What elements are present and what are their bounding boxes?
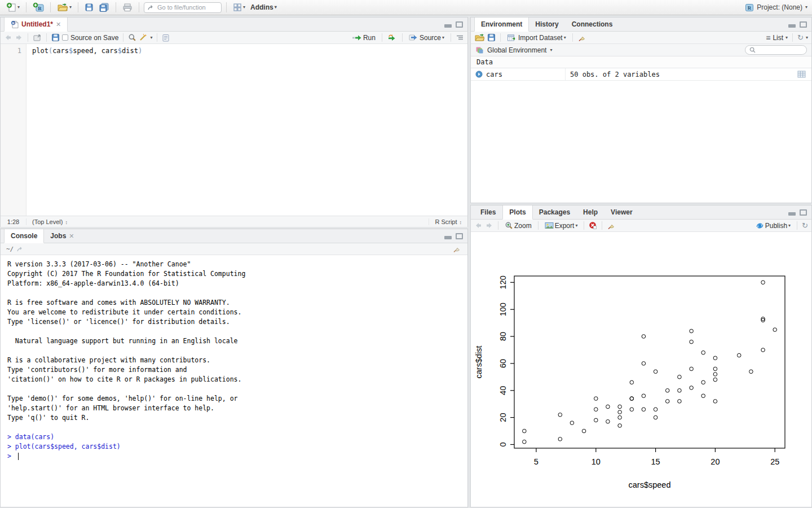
save-icon [85,3,94,12]
popout-window-icon[interactable] [33,34,42,41]
clear-environment-broom-icon[interactable] [577,34,586,42]
maximize-pane-icon[interactable] [800,21,807,28]
import-dataset-label: Import Dataset [518,34,563,42]
previous-plot-icon[interactable] [474,222,483,229]
import-dataset-button[interactable]: Import Dataset [505,33,568,43]
new-project-icon: R [33,2,44,12]
svg-text:20: 20 [710,457,720,466]
clear-console-broom-icon[interactable] [453,245,462,253]
tab-plots[interactable]: Plots [502,205,532,220]
run-button[interactable]: Run [350,33,377,43]
tab-console[interactable]: Console [4,229,44,243]
minimize-pane-icon[interactable] [788,24,796,28]
print-button[interactable] [121,2,134,13]
cursor-position: 1:28 [1,218,27,225]
document-outline-icon[interactable] [456,34,464,41]
compile-report-icon[interactable] [162,34,170,42]
tab-help[interactable]: Help [577,205,604,219]
goto-file-search[interactable] [144,2,222,13]
addins-button[interactable]: Addins [249,2,279,12]
rstudio-window: R [0,0,812,508]
plots-pane: Files Plots Packages Help Viewer Zoom [470,205,812,507]
back-icon[interactable] [4,34,12,41]
open-file-button[interactable] [55,2,73,13]
svg-text:cars$speed: cars$speed [629,480,671,489]
maximize-pane-icon[interactable] [456,21,463,28]
tab-connections[interactable]: Connections [566,17,620,31]
environment-search-input[interactable] [758,47,803,54]
find-icon[interactable] [128,33,136,42]
project-caret-icon [805,5,807,10]
scope-updown-icon [65,218,68,225]
expand-object-icon[interactable] [475,71,483,78]
tab-environment[interactable]: Environment [474,17,529,32]
files-tab-label: Files [480,208,496,216]
console-line: > data(cars) [7,432,461,442]
minimize-pane-icon[interactable] [444,24,452,28]
jobs-tab-label: Jobs [50,232,66,240]
scatter-plot: 510152025020406080100120cars$speedcars$d… [471,232,811,507]
save-workspace-icon[interactable] [487,33,496,42]
line-number: 1 [17,47,21,55]
connections-tab-label: Connections [572,20,613,28]
source-on-save-checkbox[interactable] [62,34,68,41]
publish-button[interactable]: Publish [754,221,792,231]
goto-directory-icon[interactable] [17,246,24,252]
remove-plot-icon[interactable] [589,221,597,230]
refresh-environment-icon[interactable] [797,33,804,42]
minimize-pane-icon[interactable] [444,236,452,239]
svg-text:40: 40 [498,386,508,395]
import-dataset-caret-icon [564,36,566,40]
save-all-icon [99,3,109,12]
maximize-pane-icon[interactable] [456,233,463,239]
save-icon[interactable] [51,33,60,42]
console-output[interactable]: R version 3.3.3 (2017-03-06) -- "Another… [1,255,467,466]
scope-caret-icon [550,48,552,52]
next-plot-icon[interactable] [485,222,493,229]
svg-text:20: 20 [498,413,508,422]
console-line: Type 'q()' to quit R. [7,413,461,423]
console-line [7,423,461,432]
save-button[interactable] [83,2,95,13]
code-tools-caret-icon[interactable] [150,36,152,40]
refresh-plot-icon[interactable] [802,221,808,230]
load-workspace-folder-icon[interactable] [474,33,485,42]
maximize-pane-icon[interactable] [800,209,807,216]
source-button[interactable]: Source [407,33,446,43]
environment-object-row[interactable]: cars 50 obs. of 2 variables [471,68,811,81]
console-line: > plot(cars$speed, cars$dist) [7,442,461,452]
zoom-plot-button[interactable]: Zoom [503,220,533,231]
rerun-icon[interactable] [387,34,398,41]
tab-untitled1[interactable]: R Untitled1* ✕ [4,17,68,32]
tab-history[interactable]: History [529,17,565,31]
code-line: plot(cars$speed, cars$dist) [32,47,142,55]
environment-scope-selector[interactable]: Global Environment [487,46,546,54]
save-all-button[interactable] [97,2,111,13]
close-jobs-tab-icon[interactable]: ✕ [69,233,74,240]
pane-layout-icon [233,3,242,12]
tab-files[interactable]: Files [474,205,502,219]
code-tools-wand-icon[interactable] [139,33,148,42]
clear-all-plots-broom-icon[interactable] [607,222,616,230]
zoom-label: Zoom [514,222,532,230]
filetype-selector[interactable]: R Script [429,218,467,225]
environment-search[interactable] [745,45,807,55]
new-file-button[interactable] [5,1,21,14]
export-plot-button[interactable]: Export [543,221,580,231]
goto-file-input[interactable] [157,4,214,11]
list-view-button[interactable]: List [773,34,783,42]
tab-packages[interactable]: Packages [533,205,577,219]
code-editor[interactable]: 1 plot(cars$speed, cars$dist) [1,44,467,216]
pane-layout-button[interactable] [231,2,247,13]
new-project-button[interactable]: R [31,1,46,14]
close-tab-icon[interactable]: ✕ [56,21,61,28]
view-data-grid-icon[interactable] [797,71,811,78]
open-folder-icon [57,3,68,12]
tab-viewer[interactable]: Viewer [604,205,639,219]
forward-icon[interactable] [15,34,23,41]
export-caret-icon [575,224,577,228]
scope-selector[interactable]: (Top Level) [27,218,73,225]
project-menu[interactable]: R Project: (None) [745,3,807,12]
minimize-pane-icon[interactable] [788,212,796,216]
tab-jobs[interactable]: Jobs ✕ [44,229,81,243]
